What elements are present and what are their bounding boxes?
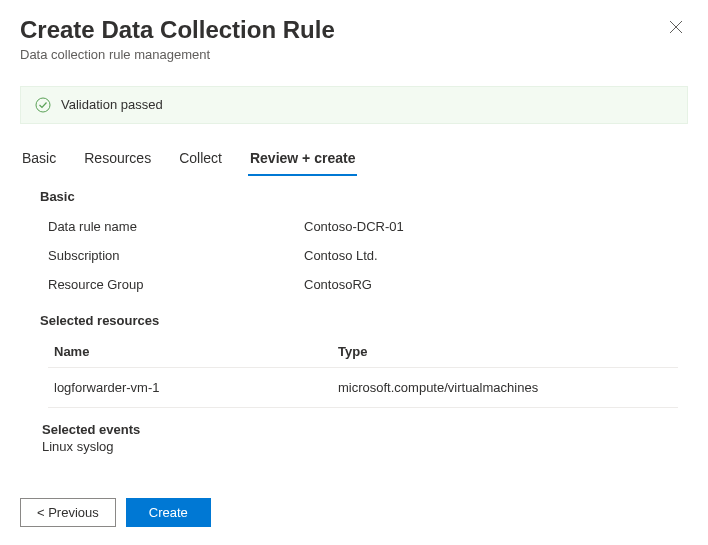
basic-row: Data rule name Contoso-DCR-01: [42, 212, 688, 241]
close-icon: [669, 20, 683, 37]
resource-type: microsoft.compute/virtualmachines: [338, 380, 672, 395]
table-row: logforwarder-vm-1 microsoft.compute/virt…: [48, 368, 678, 408]
resources-table-header: Name Type: [48, 336, 678, 368]
basic-key-resource-group: Resource Group: [42, 277, 304, 292]
basic-key-data-rule-name: Data rule name: [42, 219, 304, 234]
selected-events-section: Selected events Linux syslog: [42, 422, 688, 454]
tab-resources[interactable]: Resources: [82, 144, 153, 176]
section-heading-resources: Selected resources: [40, 313, 688, 328]
svg-point-0: [36, 98, 50, 112]
resource-name: logforwarder-vm-1: [54, 380, 338, 395]
basic-val-data-rule-name: Contoso-DCR-01: [304, 219, 404, 234]
events-value: Linux syslog: [42, 439, 688, 454]
review-content: Basic Data rule name Contoso-DCR-01 Subs…: [0, 177, 708, 454]
basic-val-resource-group: ContosoRG: [304, 277, 372, 292]
section-heading-events: Selected events: [42, 422, 688, 437]
tab-basic[interactable]: Basic: [20, 144, 58, 176]
page-subtitle: Data collection rule management: [20, 47, 688, 62]
basic-row: Subscription Contoso Ltd.: [42, 241, 688, 270]
basic-key-subscription: Subscription: [42, 248, 304, 263]
previous-button[interactable]: < Previous: [20, 498, 116, 527]
basic-val-subscription: Contoso Ltd.: [304, 248, 378, 263]
create-button[interactable]: Create: [126, 498, 211, 527]
footer-actions: < Previous Create: [0, 486, 708, 545]
resources-col-name: Name: [54, 344, 338, 359]
resources-table: Name Type logforwarder-vm-1 microsoft.co…: [48, 336, 678, 408]
validation-banner: Validation passed: [20, 86, 688, 124]
resources-col-type: Type: [338, 344, 672, 359]
page-title: Create Data Collection Rule: [20, 16, 688, 45]
section-heading-basic: Basic: [40, 189, 688, 204]
tab-review-create[interactable]: Review + create: [248, 144, 357, 176]
panel-header: Create Data Collection Rule Data collect…: [0, 0, 708, 74]
close-button[interactable]: [664, 16, 688, 40]
check-circle-icon: [35, 97, 51, 113]
validation-message: Validation passed: [61, 97, 163, 112]
tab-strip: Basic Resources Collect Review + create: [0, 124, 708, 177]
tab-collect[interactable]: Collect: [177, 144, 224, 176]
basic-row: Resource Group ContosoRG: [42, 270, 688, 299]
